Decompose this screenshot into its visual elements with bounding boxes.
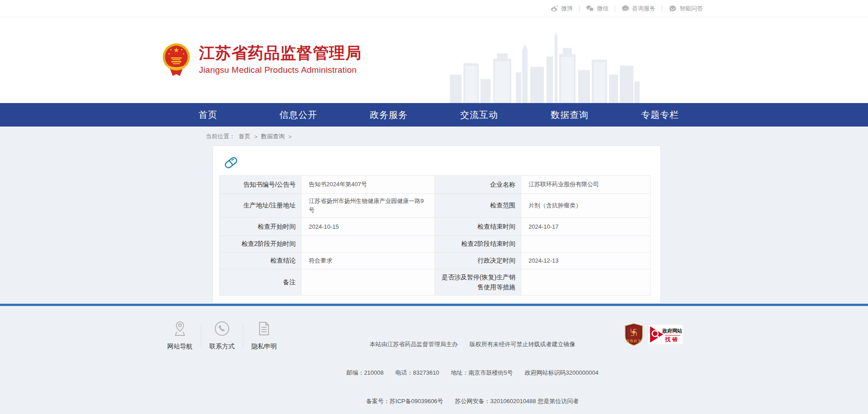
top-utility-bar: 微博 微信 咨询服务 智能问答 xyxy=(0,0,868,17)
field-value-inspection-scope: 片剂（含抗肿瘤类） xyxy=(521,194,651,218)
table-row: 告知书编号/公告号 告知书2024年第407号 企业名称 江苏联环药业股份有限公… xyxy=(220,176,651,194)
privacy-label: 隐私申明 xyxy=(251,343,277,350)
wechat-link[interactable]: 微信 xyxy=(586,5,609,13)
wechat-icon xyxy=(586,5,594,12)
party-gov-badge-label: 党政机关 xyxy=(626,339,642,343)
site-footer: 网站导航 联系方式 xyxy=(0,306,868,414)
footer-quicklinks: 网站导航 联系方式 xyxy=(166,320,278,351)
footer-line-host: 本站由江苏省药品监督管理局主办 版权所有未经许可禁止转载或者建立镜像 xyxy=(346,339,599,349)
consult-service-icon xyxy=(622,5,629,12)
main-nav: 首页 信息公开 政务服务 交流互动 数据查询 专题专栏 xyxy=(0,103,868,127)
site-map-label: 网站导航 xyxy=(167,343,193,350)
svg-text:★: ★ xyxy=(170,48,172,51)
national-emblem-logo: ★ ★ ★ ★ ★ xyxy=(162,42,191,77)
contact-label: 联系方式 xyxy=(209,343,235,350)
field-label-remarks: 备注 xyxy=(220,269,302,296)
field-label-address: 生产地址/注册地址 xyxy=(220,194,302,218)
footer-quicklink-divider xyxy=(243,323,243,348)
topbar-divider xyxy=(615,5,615,12)
logo-block[interactable]: ★ ★ ★ ★ ★ 江苏省药品监督管理局 Jiangsu Medical Pro… xyxy=(162,42,362,77)
site-map-link[interactable]: 网站导航 xyxy=(166,320,194,351)
field-value-company-name: 江苏联环药业股份有限公司 xyxy=(521,176,651,194)
field-value-phase2-end xyxy=(521,236,651,253)
field-value-inspection-start: 2024-10-15 xyxy=(302,218,435,236)
field-label-company-name: 企业名称 xyxy=(435,176,521,194)
site-title: 江苏省药品监督管理局 xyxy=(199,44,362,62)
footer-legal-text: 本站由江苏省药品监督管理局主办 版权所有未经许可禁止转载或者建立镜像 邮编：21… xyxy=(346,320,599,414)
svg-text:★: ★ xyxy=(180,48,183,51)
svg-text:★: ★ xyxy=(182,52,184,55)
contact-link[interactable]: 联系方式 xyxy=(208,320,236,351)
field-value-conclusion: 符合要求 xyxy=(302,253,435,269)
breadcrumb: 当前位置： 首页 > 数据查询 > xyxy=(0,127,868,146)
field-value-phase2-start xyxy=(302,236,435,253)
field-label-phase2-start: 检查2阶段开始时间 xyxy=(220,236,302,253)
weibo-icon xyxy=(551,5,558,12)
breadcrumb-home-link[interactable]: 首页 xyxy=(239,132,250,141)
nav-item-data-query[interactable]: 数据查询 xyxy=(524,103,615,127)
weibo-link[interactable]: 微博 xyxy=(551,5,573,13)
city-skyline-watermark xyxy=(450,32,640,103)
title-block: 江苏省药品监督管理局 Jiangsu Medical Products Admi… xyxy=(199,44,362,75)
field-label-suspension-measures: 是否涉及暂停(恢复)生产销售使用等措施 xyxy=(435,269,521,296)
consult-service-link[interactable]: 咨询服务 xyxy=(622,5,656,13)
wechat-label: 微信 xyxy=(597,5,609,13)
field-label-decision-date: 行政决定时间 xyxy=(435,253,521,269)
site-error-report-top: 政府网站 xyxy=(662,328,682,334)
table-row: 生产地址/注册地址 江苏省扬州市扬州生物健康产业园健康一路9号 检查范围 片剂（… xyxy=(220,194,651,218)
pill-icon xyxy=(223,155,651,170)
breadcrumb-separator: > xyxy=(254,133,258,140)
smart-qa-label: 智能问答 xyxy=(679,5,703,13)
site-subtitle-en: Jiangsu Medical Products Administration xyxy=(199,65,362,75)
footer-badges: 卐 ★ 党政机关 政府网站 找错 xyxy=(624,323,683,346)
detail-panel: 告知书编号/公告号 告知书2024年第407号 企业名称 江苏联环药业股份有限公… xyxy=(212,146,661,304)
field-label-conclusion: 检查结论 xyxy=(220,253,302,269)
footer-line-contact: 邮编：210008 电话：83273610 地址：南京市鼓楼街5号 政府网站标识… xyxy=(346,368,599,377)
privacy-doc-icon xyxy=(250,320,278,337)
site-header: ★ ★ ★ ★ ★ 江苏省药品监督管理局 Jiangsu Medical Pro… xyxy=(0,17,868,103)
field-label-inspection-scope: 检查范围 xyxy=(435,194,521,218)
main-content: 当前位置： 首页 > 数据查询 > 告知书编号/公告号 告知书2024年第407… xyxy=(0,127,868,414)
nav-item-special-topics[interactable]: 专题专栏 xyxy=(615,103,705,127)
field-value-notice-number: 告知书2024年第407号 xyxy=(302,176,435,194)
breadcrumb-separator: > xyxy=(288,133,292,140)
topbar-divider xyxy=(662,5,662,12)
field-label-phase2-end: 检查2阶段结束时间 xyxy=(435,236,521,253)
smart-qa-link[interactable]: 智能问答 xyxy=(669,5,703,13)
table-row: 检查2阶段开始时间 检查2阶段结束时间 xyxy=(220,236,651,253)
footer-line-icp: 备案号：苏ICP备09039606号 苏公网安备：32010602010488 … xyxy=(346,396,599,406)
smart-qa-icon xyxy=(669,5,677,12)
nav-item-gov-services[interactable]: 政务服务 xyxy=(344,103,434,127)
field-value-inspection-end: 2024-10-17 xyxy=(521,218,651,236)
nav-item-home[interactable]: 首页 xyxy=(163,103,253,127)
table-row: 检查开始时间 2024-10-15 检查结束时间 2024-10-17 xyxy=(220,218,651,236)
privacy-link[interactable]: 隐私申明 xyxy=(250,320,278,351)
field-label-inspection-start: 检查开始时间 xyxy=(220,218,302,236)
inspection-detail-table: 告知书编号/公告号 告知书2024年第407号 企业名称 江苏联环药业股份有限公… xyxy=(219,175,651,296)
field-value-suspension-measures xyxy=(521,269,651,296)
party-gov-badge[interactable]: 卐 ★ 党政机关 xyxy=(624,323,643,346)
svg-text:★: ★ xyxy=(168,52,170,55)
svg-text:★: ★ xyxy=(631,328,637,335)
topbar-divider xyxy=(579,5,580,12)
table-row: 检查结论 符合要求 行政决定时间 2024-12-13 xyxy=(220,253,651,269)
field-label-notice-number: 告知书编号/公告号 xyxy=(220,176,302,194)
weibo-label: 微博 xyxy=(561,5,573,13)
field-value-remarks xyxy=(302,269,435,296)
map-pin-icon xyxy=(166,320,194,337)
nav-item-info-disclosure[interactable]: 信息公开 xyxy=(253,103,344,127)
field-value-decision-date: 2024-12-13 xyxy=(521,253,651,269)
consult-service-label: 咨询服务 xyxy=(632,5,656,13)
phone-icon xyxy=(208,320,236,337)
svg-text:★: ★ xyxy=(173,46,179,54)
field-label-inspection-end: 检查结束时间 xyxy=(435,218,521,236)
breadcrumb-data-query-link[interactable]: 数据查询 xyxy=(261,132,285,141)
breadcrumb-prefix: 当前位置： xyxy=(206,132,235,141)
nav-item-interaction[interactable]: 交流互动 xyxy=(434,103,524,127)
table-row: 备注 是否涉及暂停(恢复)生产销售使用等措施 xyxy=(220,269,651,296)
footer-quicklink-divider xyxy=(201,323,201,348)
site-error-report-bottom: 找错 xyxy=(665,336,679,343)
site-error-report-badge[interactable]: 政府网站 找错 xyxy=(648,325,683,344)
field-value-address: 江苏省扬州市扬州生物健康产业园健康一路9号 xyxy=(302,194,435,218)
